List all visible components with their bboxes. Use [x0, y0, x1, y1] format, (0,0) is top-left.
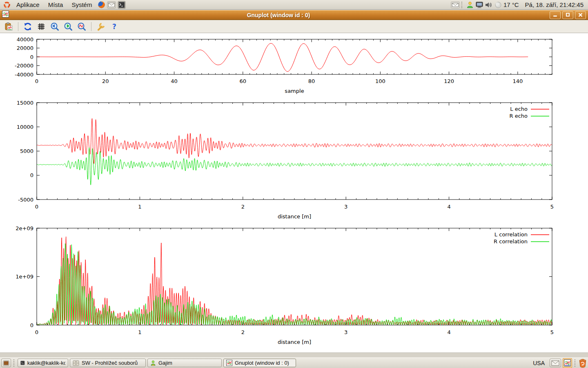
task-label: Gajim [158, 360, 172, 366]
maximize-button[interactable] [562, 11, 573, 19]
svg-text:4: 4 [447, 204, 450, 210]
plot-frame [37, 103, 552, 200]
svg-text:0: 0 [30, 172, 33, 178]
keyboard-layout-indicator[interactable]: USA [533, 360, 545, 366]
taskbar: kaklik@kaklik-kolej-u... SW - Prohlížeč … [0, 357, 588, 368]
copy-icon [4, 22, 13, 31]
task-gajim[interactable]: Gajim [147, 359, 222, 367]
svg-text:3: 3 [344, 204, 347, 210]
zoom-previous-icon [50, 22, 59, 31]
toggle-grid-button[interactable] [35, 21, 47, 32]
menu-applications[interactable]: Aplikace [12, 1, 44, 9]
svg-text:20000: 20000 [17, 45, 33, 51]
gnuplot-window: Gnuplot (window id : 0) [0, 10, 588, 357]
window-titlebar[interactable]: Gnuplot (window id : 0) [0, 10, 588, 20]
svg-text:distance [m]: distance [m] [278, 339, 311, 345]
svg-text:-20000: -20000 [15, 63, 33, 69]
temperature-label[interactable]: 17 °C [503, 1, 519, 8]
legend: L correlationR correlation [494, 231, 549, 245]
svg-text:L echo: L echo [510, 106, 528, 112]
help-button[interactable]: ? [108, 21, 120, 32]
user-switcher-icon[interactable] [466, 0, 474, 9]
plots-canvas[interactable]: 020406080100120140-40000-200000200004000… [0, 33, 588, 352]
task-file-manager[interactable]: SW - Prohlížeč souborů [70, 359, 146, 367]
svg-text:?: ? [112, 22, 116, 31]
task-label: Gnuplot (window id : 0) [235, 360, 289, 366]
next-zoom-button[interactable] [62, 21, 74, 32]
show-desktop-icon [3, 360, 9, 366]
task-terminal[interactable]: kaklik@kaklik-kolej-u... [18, 359, 68, 367]
plot-area[interactable]: 020406080100120140-40000-200000200004000… [0, 33, 588, 352]
svg-text:2e+09: 2e+09 [16, 225, 33, 231]
ubuntu-logo-icon [3, 1, 11, 9]
chart-1: 012345-5000050001000015000distance [m]L … [17, 100, 554, 220]
mail-notification-icon[interactable] [451, 0, 460, 9]
window-toolbar: ? [0, 20, 588, 33]
firefox-launcher-icon[interactable] [96, 0, 106, 10]
svg-text:1: 1 [138, 204, 141, 210]
menu-places[interactable]: Místa [44, 1, 67, 9]
svg-text:0: 0 [35, 78, 38, 84]
legend: L echoR echo [509, 106, 549, 119]
svg-text:60: 60 [240, 78, 247, 84]
svg-text:80: 80 [308, 78, 315, 84]
svg-text:0: 0 [35, 329, 38, 335]
task-label: SW - Prohlížeč souborů [82, 360, 138, 366]
svg-text:1: 1 [138, 329, 141, 335]
svg-text:R echo: R echo [509, 113, 528, 119]
toolbar-separator [18, 22, 18, 31]
ubuntu-menu-icon[interactable] [2, 0, 12, 10]
desktop-screen: Aplikace Místa Systém [0, 0, 588, 368]
svg-text:5: 5 [550, 204, 554, 210]
refresh-button[interactable] [22, 21, 34, 32]
task-label: kaklik@kaklik-kolej-u... [27, 360, 65, 366]
svg-text:R correlation: R correlation [494, 238, 528, 245]
show-desktop-button[interactable] [1, 359, 11, 367]
weather-icon[interactable] [494, 0, 503, 9]
svg-text:2: 2 [241, 204, 245, 210]
mail-launcher-icon[interactable] [107, 0, 116, 10]
window-title: Gnuplot (window id : 0) [9, 12, 548, 18]
unzoom-button[interactable] [76, 21, 88, 32]
chart-0: 020406080100120140-40000-200000200004000… [15, 36, 552, 94]
volume-icon[interactable] [484, 0, 493, 9]
terminal-launcher-icon[interactable] [117, 0, 127, 10]
previous-zoom-button[interactable] [49, 21, 61, 32]
gnuplot-tray-icon[interactable] [563, 358, 572, 368]
svg-text:-5000: -5000 [18, 197, 33, 203]
svg-text:0: 0 [30, 54, 33, 60]
copy-to-clipboard-button[interactable] [2, 21, 15, 32]
menu-system[interactable]: Systém [67, 1, 96, 9]
svg-text:20: 20 [102, 78, 109, 84]
series-r-echo [37, 148, 552, 185]
grid-icon [37, 22, 46, 31]
svg-text:5: 5 [550, 329, 554, 335]
configure-button[interactable] [95, 21, 107, 32]
svg-text:2: 2 [241, 329, 245, 335]
window-icon [2, 11, 9, 19]
svg-text:4: 4 [447, 329, 450, 335]
svg-text:40: 40 [171, 78, 178, 84]
mail-tray-button[interactable] [550, 359, 561, 367]
task-gnuplot[interactable]: Gnuplot (window id : 0) [223, 359, 296, 367]
wrench-icon [96, 22, 105, 31]
taskbar-separator [575, 359, 576, 367]
series-signal [37, 43, 528, 72]
minimize-button[interactable] [550, 11, 561, 19]
svg-text:140: 140 [512, 78, 523, 84]
tray-grip[interactable] [461, 2, 464, 8]
unzoom-icon [77, 22, 86, 31]
trash-icon[interactable] [579, 359, 587, 368]
close-button[interactable] [575, 11, 586, 19]
series-l-correlation [37, 237, 552, 325]
axis-ticks [37, 228, 552, 325]
gnuplot-icon [226, 360, 232, 366]
svg-text:3: 3 [344, 329, 347, 335]
gajim-icon [150, 360, 156, 366]
display-icon[interactable] [475, 0, 484, 9]
series-l-echo [37, 119, 552, 164]
svg-text:100: 100 [375, 78, 385, 84]
series-r-correlation [37, 244, 552, 325]
clock-label[interactable]: Pá, 18. září, 21:42:45 [525, 1, 584, 8]
file-manager-icon [73, 360, 79, 366]
